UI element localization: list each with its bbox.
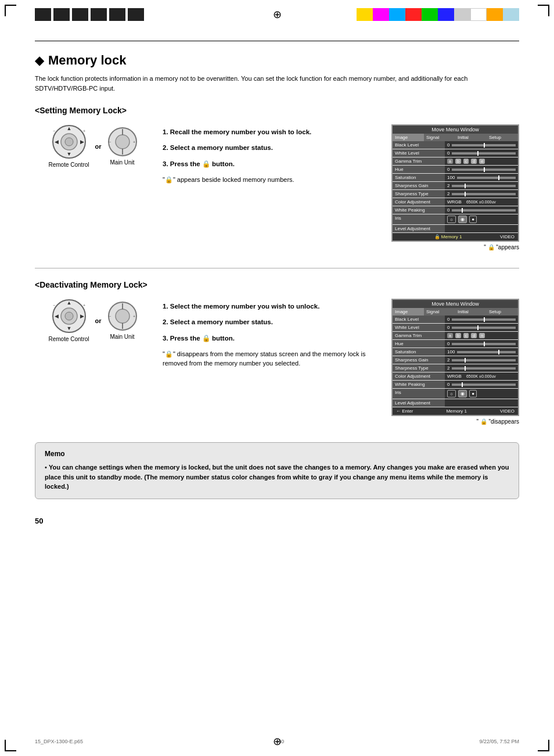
setting-section: <Setting Memory Lock> ▲ ◀ ▶ [35, 106, 519, 250]
step-2-1-num: 1. [163, 303, 168, 310]
step-1-3-text: Press the 🔒 button. [170, 160, 235, 167]
svg-text:▲: ▲ [66, 126, 71, 131]
svg-text:−: − [109, 140, 111, 144]
svg-point-25 [116, 309, 129, 323]
row-white-peaking-2: White Peaking 0 [393, 381, 518, 389]
setting-header: <Setting Memory Lock> [35, 106, 519, 115]
svg-point-10 [116, 135, 129, 149]
svg-text:+: + [82, 129, 85, 133]
row-level-adj: Level Adjustment [393, 225, 518, 233]
row-level-adj-2: Level Adjustment [393, 399, 518, 407]
menu-win-title-1: Move Menu Window [393, 126, 518, 134]
col-initial: Initial [455, 134, 487, 141]
svg-text:+: + [82, 303, 85, 307]
main-unit-label-2: Main Unit [110, 334, 134, 340]
appears-text-1: " 🔒 "appears [391, 244, 519, 250]
setting-steps: 1. Recall the memory number you wish to … [163, 124, 380, 184]
svg-text:▶: ▶ [80, 139, 84, 145]
row-white-level-2: White Level 0 [393, 324, 518, 332]
step-2-1: 1. Select the memory number you wish to … [163, 302, 380, 311]
row-sharpness-type-2: Sharpness Type 2 [393, 364, 518, 372]
col-setup: Setup [487, 134, 518, 141]
step-2-3-text: Press the 🔒 button. [170, 335, 235, 342]
row-black-level-2: Black Level 0 [393, 316, 518, 324]
footer-date: 9/22/05, 7:52 PM [479, 739, 519, 744]
title-text: Memory lock [48, 53, 127, 68]
step-2-3: 3. Press the 🔒 button. [163, 334, 380, 343]
step-1-2-text: Select a memory number status. [170, 144, 273, 151]
footer-filename: 15_DPX-1300-E.p65 [35, 739, 83, 744]
svg-text:▲: ▲ [66, 300, 71, 306]
step-2-1-text: Select the memory number you wish to unl… [170, 303, 320, 310]
row-hue-2: Hue 0 [393, 340, 518, 348]
row-saturation-2: Saturation 100 [393, 348, 518, 356]
deactivating-menu-window: Move Menu Window Image Signal Initial Se… [391, 299, 519, 425]
step-1-2-num: 2. [163, 144, 168, 151]
top-rule [35, 41, 519, 41]
crosshair-top-icon: ⊕ [273, 8, 282, 21]
row-black-level: Black Level 0 [393, 141, 518, 149]
svg-text:−: − [52, 129, 55, 133]
top-black-bar [35, 8, 144, 21]
col-image: Image [393, 134, 424, 141]
deactivating-steps: 1. Select the memory number you wish to … [163, 299, 380, 368]
corner-mark-tr [538, 5, 549, 16]
menu-win-title-2: Move Menu Window [393, 300, 518, 308]
corner-mark-br [538, 740, 549, 751]
step-2-3-num: 3. [163, 335, 168, 342]
memo-box: Memo • You can change settings when the … [35, 442, 519, 499]
deactivating-controls: ▲ ◀ ▶ ▼ − + Remote Control or [35, 299, 151, 342]
main-unit-label-1: Main Unit [110, 159, 134, 166]
row-color-adj-2: Color Adjustment WRGB6500K ±0.000uv [393, 372, 518, 381]
col-signal: Signal [424, 134, 455, 141]
svg-text:▼: ▼ [66, 325, 71, 331]
top-color-bar [357, 8, 519, 21]
step-2-2: 2. Select a memory number status. [163, 317, 380, 327]
page-subtitle: The lock function protects information i… [35, 74, 519, 93]
step-1-3-num: 3. [163, 160, 168, 167]
diamond-icon: ◆ [35, 53, 44, 67]
or-text-2: or [95, 317, 102, 324]
page-title: ◆ Memory lock [35, 53, 519, 68]
footer-center-1: 🔒 Memory 1 [434, 234, 462, 239]
svg-text:◀: ◀ [54, 139, 58, 145]
step-1-1-text: Recall the memory number you wish to loc… [170, 128, 311, 135]
memo-content: • You can change settings when the memor… [45, 463, 509, 492]
controls-row: ▲ ◀ ▶ ▼ − + Remote Control or [48, 124, 137, 168]
menu-win-header-1: Image Signal Initial Setup [393, 134, 518, 141]
row-color-adj: Color Adjustment WRGB6500K ±0.000uv [393, 198, 518, 206]
corner-mark-bl [5, 740, 16, 751]
deactivating-header: <Deactivating Memory Lock> [35, 280, 519, 289]
col-setup-2: Setup [487, 308, 518, 316]
setting-controls: ▲ ◀ ▶ ▼ − + Remote Control or [35, 124, 151, 168]
col-signal-2: Signal [424, 308, 455, 316]
row-sharpness-type: Sharpness Type 2 [393, 190, 518, 198]
menu-win-setting: Move Menu Window Image Signal Initial Se… [391, 124, 519, 242]
row-gamma-trim: Gamma Trim a b c d e [393, 157, 518, 166]
setting-menu-window: Move Menu Window Image Signal Initial Se… [391, 124, 519, 250]
deactivating-body: ▲ ◀ ▶ ▼ − + Remote Control or [35, 299, 519, 425]
row-iris: Iris ☼ ◉ ● [393, 214, 518, 225]
row-white-peaking: White Peaking 0 [393, 206, 518, 214]
svg-text:+: + [133, 314, 135, 318]
step-2-2-text: Select a memory number status. [170, 318, 273, 325]
svg-text:−: − [52, 303, 55, 307]
setting-body: ▲ ◀ ▶ ▼ − + Remote Control or [35, 124, 519, 250]
disappears-text: " 🔒 "disappears [391, 418, 519, 425]
menu-win-header-2: Image Signal Initial Setup [393, 308, 518, 316]
svg-text:◀: ◀ [54, 313, 58, 319]
footer-right-1: VIDEO [500, 234, 515, 239]
remote-control-dial: ▲ ◀ ▶ ▼ − + [52, 124, 87, 159]
memo-text: You can change settings when the memory … [45, 464, 509, 490]
row-hue: Hue 0 [393, 166, 518, 174]
row-saturation: Saturation 100 [393, 174, 518, 182]
row-gamma-trim-2: Gamma Trim a b c d n [393, 332, 518, 340]
row-sharpness-gain: Sharpness Gain 2 [393, 182, 518, 190]
page-number: 50 [35, 517, 519, 525]
col-image-2: Image [393, 308, 424, 316]
step-1-1: 1. Recall the memory number you wish to … [163, 127, 380, 137]
svg-text:+: + [133, 140, 135, 144]
step-1-1-num: 1. [163, 128, 168, 135]
row-white-level: White Level 0 [393, 149, 518, 157]
step-1-2: 2. Select a memory number status. [163, 143, 380, 153]
